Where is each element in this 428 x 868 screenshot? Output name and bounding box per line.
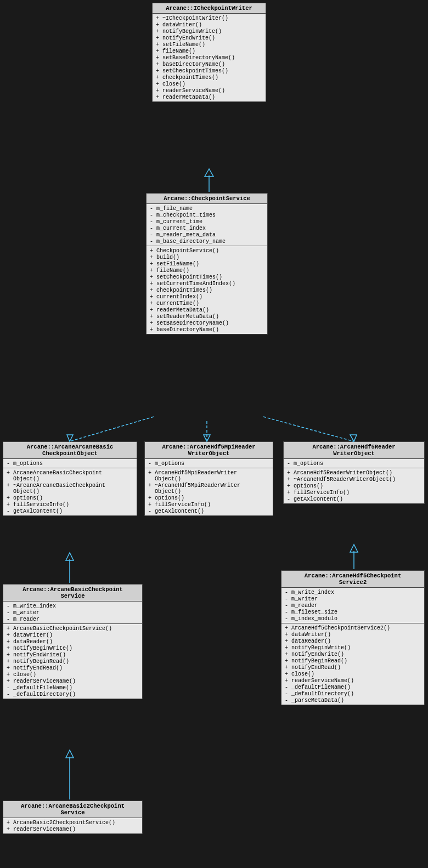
member: readerServiceName() bbox=[156, 87, 262, 94]
member: options() bbox=[148, 495, 269, 501]
svg-marker-9 bbox=[66, 553, 74, 560]
hdf5mpireaderwriterobject-title: Arcane::ArcaneHdf5MpiReaderWriterObject bbox=[145, 442, 273, 459]
member: m_write_index bbox=[7, 603, 139, 609]
member: notifyEndRead() bbox=[7, 665, 139, 671]
member: notifyBeginWrite() bbox=[285, 644, 421, 651]
member: fillServiceInfo() bbox=[287, 489, 421, 496]
svg-marker-1 bbox=[205, 169, 213, 177]
member: m_index_modulo bbox=[285, 615, 421, 622]
member: readerMetaData() bbox=[156, 94, 262, 100]
svg-marker-7 bbox=[350, 435, 357, 441]
member: notifyEndWrite() bbox=[7, 651, 139, 658]
icheckpointwriter-title: Arcane::ICheckpointWriter bbox=[153, 3, 266, 14]
member: dataWriter() bbox=[156, 21, 262, 28]
member: setCheckpointTimes() bbox=[150, 274, 264, 280]
member: ArcaneBasicCheckpointService() bbox=[7, 625, 139, 632]
member: _defaultDirectory() bbox=[7, 691, 139, 697]
member: _defaultFileName() bbox=[285, 684, 421, 690]
member: setBaseDirectoryName() bbox=[156, 54, 262, 61]
arcanebasiccheckpointobject-title: Arcane::ArcaneArcaneBasicCheckpointObjec… bbox=[3, 442, 137, 459]
checkpointservice-private: m_file_name m_checkpoint_times m_current… bbox=[147, 204, 267, 246]
member: m_options bbox=[287, 460, 421, 467]
member: ArcaneHdf5MpiReaderWriter Object() bbox=[148, 469, 269, 482]
member: ArcaneHdf5CheckpointService2() bbox=[285, 625, 421, 631]
member: dataReader() bbox=[285, 638, 421, 644]
checkpointservice-title: Arcane::CheckpointService bbox=[147, 194, 267, 204]
member: m_fileset_size bbox=[285, 609, 421, 615]
hdf5mpireaderwriterobject-box: Arcane::ArcaneHdf5MpiReaderWriterObject … bbox=[144, 441, 273, 516]
member: getAxlContent() bbox=[148, 508, 269, 514]
hdf5checkpointservice2-box: Arcane::ArcaneHdf5CheckpointService2 m_w… bbox=[281, 570, 425, 705]
member: readerServiceName() bbox=[7, 678, 139, 684]
member: CheckpointService() bbox=[150, 247, 264, 254]
icheckpointwriter-members: ~ICheckpointWriter() dataWriter() notify… bbox=[153, 14, 266, 101]
member: options() bbox=[287, 483, 421, 489]
hdf5checkpointservice2-title: Arcane::ArcaneHdf5CheckpointService2 bbox=[281, 571, 424, 588]
member: readerServiceName() bbox=[7, 826, 139, 832]
member: m_reader_meta_data bbox=[150, 231, 264, 238]
member: notifyEndWrite() bbox=[156, 35, 262, 41]
member: options() bbox=[7, 495, 133, 501]
arcanebasic2checkpointservice-box: Arcane::ArcaneBasic2CheckpointService Ar… bbox=[3, 801, 143, 834]
member: m_reader bbox=[285, 602, 421, 609]
hdf5readerwriterobject-title: Arcane::ArcaneHdf5ReaderWriterObject bbox=[284, 442, 424, 459]
hdf5readerwriterobject-box: Arcane::ArcaneHdf5ReaderWriterObject m_o… bbox=[283, 441, 425, 504]
member: _defaultDirectory() bbox=[285, 690, 421, 697]
arrows-corrected bbox=[0, 0, 428, 868]
member: ~ArcaneHdf5MpiReaderWriter Object() bbox=[148, 482, 269, 495]
arcanebasiccheckpointobject-box: Arcane::ArcaneArcaneBasicCheckpointObjec… bbox=[3, 441, 137, 516]
icheckpointwriter-box: Arcane::ICheckpointWriter ~ICheckpointWr… bbox=[152, 3, 266, 102]
svg-line-6 bbox=[263, 417, 354, 441]
member: setBaseDirectoryName() bbox=[150, 320, 264, 326]
member: checkpointTimes() bbox=[156, 74, 262, 81]
member: ArcaneBasic2CheckpointService() bbox=[7, 819, 139, 826]
svg-marker-13 bbox=[66, 750, 74, 758]
member: ArcaneArcaneBasicCheckpoint Object() bbox=[7, 469, 133, 482]
svg-marker-5 bbox=[204, 435, 210, 441]
member: ~ArcaneHdf5ReaderWriterObject() bbox=[287, 476, 421, 483]
member: setCurrentTimeAndIndex() bbox=[150, 280, 264, 287]
member: checkpointTimes() bbox=[150, 287, 264, 293]
member: m_options bbox=[148, 460, 269, 467]
svg-marker-11 bbox=[350, 544, 358, 552]
member: m_current_time bbox=[150, 218, 264, 225]
member: close() bbox=[285, 671, 421, 677]
member: m_writer bbox=[7, 609, 139, 616]
member: m_reader bbox=[7, 616, 139, 622]
member: fileName() bbox=[156, 48, 262, 54]
member: dataWriter() bbox=[285, 631, 421, 638]
member: fileName() bbox=[150, 267, 264, 274]
member: fillServiceInfo() bbox=[7, 501, 133, 508]
member: setReaderMetaData() bbox=[150, 313, 264, 320]
member: notifyBeginWrite() bbox=[7, 645, 139, 651]
member: close() bbox=[156, 81, 262, 87]
arcanebasiccheckpointservice-box: Arcane::ArcaneBasicCheckpointService m_w… bbox=[3, 584, 143, 699]
member: ArcaneHdf5ReaderWriterObject() bbox=[287, 469, 421, 476]
member: setFileName() bbox=[156, 41, 262, 48]
member: ~ArcaneArcaneBasicCheckpoint Object() bbox=[7, 482, 133, 495]
member: dataWriter() bbox=[7, 632, 139, 638]
diagram-container: Arcane::ICheckpointWriter ~ICheckpointWr… bbox=[0, 0, 428, 868]
member: baseDirectoryName() bbox=[156, 61, 262, 67]
member: currentTime() bbox=[150, 300, 264, 307]
member: notifyEndWrite() bbox=[285, 651, 421, 657]
member: readerServiceName() bbox=[285, 677, 421, 684]
arcanebasic2checkpointservice-title: Arcane::ArcaneBasic2CheckpointService bbox=[3, 801, 142, 818]
member: ~ICheckpointWriter() bbox=[156, 15, 262, 21]
checkpointservice-public: CheckpointService() build() setFileName(… bbox=[147, 246, 267, 334]
member: dataReader() bbox=[7, 638, 139, 645]
member: m_checkpoint_times bbox=[150, 212, 264, 218]
member: m_base_directory_name bbox=[150, 238, 264, 245]
member: currentIndex() bbox=[150, 293, 264, 300]
member: setFileName() bbox=[150, 260, 264, 267]
member: m_options bbox=[7, 460, 133, 467]
member: m_file_name bbox=[150, 205, 264, 212]
member: m_current_index bbox=[150, 225, 264, 231]
member: _defaultFileName() bbox=[7, 684, 139, 691]
member: close() bbox=[7, 671, 139, 678]
member: notifyBeginRead() bbox=[285, 657, 421, 664]
member: baseDirectoryName() bbox=[150, 326, 264, 333]
member: fillServiceInfo() bbox=[148, 501, 269, 508]
arcanebasiccheckpointservice-title: Arcane::ArcaneBasicCheckpointService bbox=[3, 585, 142, 602]
member: readerMetaData() bbox=[150, 307, 264, 313]
